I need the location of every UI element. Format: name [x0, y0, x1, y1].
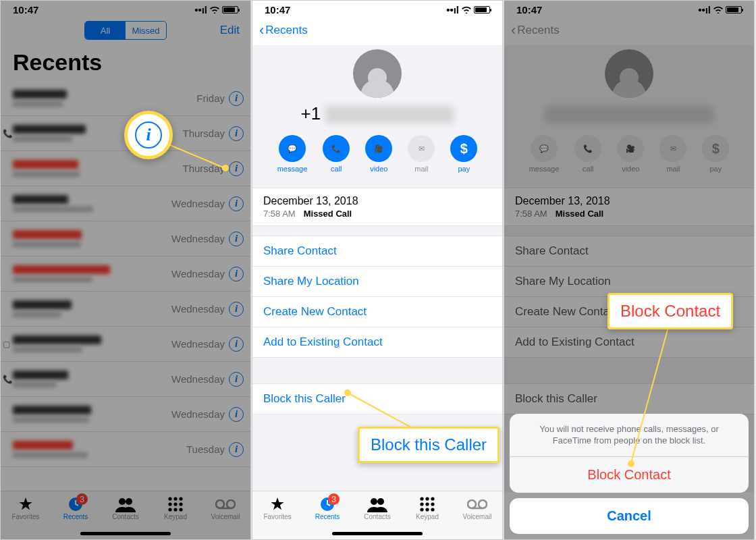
tab-label: Contacts — [357, 513, 398, 520]
recents-row[interactable]: Fridayi — [1, 81, 250, 116]
back-label[interactable]: Recents — [265, 24, 307, 37]
home-indicator — [332, 532, 423, 535]
recents-row[interactable]: Wednesdayi — [1, 292, 250, 327]
info-button[interactable]: i — [229, 232, 244, 246]
recents-row[interactable]: Wednesdayi — [1, 186, 250, 221]
tab-recents[interactable]: Recents3 — [55, 495, 96, 520]
block-group: Block this Caller — [504, 383, 754, 414]
info-button[interactable]: i — [229, 126, 244, 141]
cancel-button[interactable]: Cancel — [510, 498, 749, 534]
block-this-caller[interactable]: Block this Caller — [252, 384, 502, 414]
voicemail-icon — [205, 495, 246, 513]
recents-row[interactable]: Wednesdayi — [1, 397, 250, 432]
info-button[interactable]: i — [229, 267, 244, 281]
tab-favorites[interactable]: Favorites — [5, 495, 46, 520]
tab-voicemail[interactable]: Voicemail — [205, 495, 246, 520]
info-button[interactable]: i — [229, 337, 244, 352]
tab-contacts[interactable]: Contacts — [105, 495, 146, 520]
create-contact[interactable]: Create New Contact — [252, 297, 502, 327]
tab-keypad[interactable]: Keypad — [155, 495, 196, 520]
battery-icon — [474, 6, 490, 14]
recents-row[interactable]: 📞Wednesdayi — [1, 362, 250, 397]
svg-point-21 — [420, 502, 423, 506]
svg-point-25 — [425, 508, 429, 511]
tab-recents[interactable]: Recents3 — [307, 495, 348, 520]
segment-control[interactable]: All Missed — [84, 21, 167, 40]
wifi-icon — [713, 4, 724, 16]
lead-icon: 📞 — [3, 129, 13, 138]
redacted-name — [13, 89, 67, 108]
info-button[interactable]: i — [229, 161, 244, 176]
call-log-card: December 13, 2018 7:58 AMMissed Call — [504, 188, 754, 226]
badge: 3 — [328, 493, 340, 505]
recents-row[interactable]: Wednesdayi — [1, 221, 250, 256]
recents-row[interactable]: Tuesdayi — [1, 432, 250, 467]
tab-label: Favorites — [257, 513, 298, 520]
call-date: Wednesday — [171, 338, 225, 350]
svg-point-7 — [173, 502, 177, 506]
contact-number: +1 — [252, 103, 502, 124]
back-chevron-icon[interactable]: ‹ — [259, 22, 264, 39]
action-call[interactable]: 📞call — [323, 135, 350, 173]
svg-point-6 — [168, 502, 171, 506]
redacted-name — [13, 230, 82, 248]
segment-missed[interactable]: Missed — [126, 22, 166, 39]
call-date: December 13, 2018 — [263, 195, 491, 207]
info-button[interactable]: i — [229, 302, 244, 317]
call-status: Missed Call — [556, 209, 604, 219]
svg-point-28 — [479, 500, 487, 508]
share-contact[interactable]: Share Contact — [252, 236, 502, 267]
call-log-card: December 13, 2018 7:58 AMMissed Call — [252, 188, 502, 226]
call-date: Friday — [196, 92, 225, 104]
wifi-icon — [461, 4, 472, 16]
tab-keypad[interactable]: Keypad — [407, 495, 448, 520]
action-mail: ✉︎mail — [659, 135, 686, 173]
svg-point-12 — [216, 500, 224, 508]
favorites-icon — [257, 495, 298, 513]
action-label: call — [583, 165, 594, 173]
recents-row[interactable]: Thursdayi — [1, 151, 250, 186]
action-sheet: You will not receive phone calls, messag… — [510, 414, 749, 534]
tab-voicemail[interactable]: Voicemail — [457, 495, 497, 520]
share-location[interactable]: Share My Location — [252, 267, 502, 297]
action-video[interactable]: 🎥video — [365, 135, 392, 173]
info-button[interactable]: i — [229, 196, 244, 211]
tab-contacts[interactable]: Contacts — [357, 495, 398, 520]
info-button[interactable]: i — [229, 407, 244, 422]
svg-point-18 — [420, 497, 423, 500]
tab-label: Keypad — [155, 513, 196, 520]
svg-point-27 — [468, 500, 476, 508]
call-date: Tuesday — [186, 443, 225, 455]
redacted-name — [13, 440, 88, 459]
action-message[interactable]: 💬message — [277, 135, 308, 173]
svg-point-22 — [425, 502, 429, 506]
info-button[interactable]: i — [229, 372, 244, 387]
recents-row[interactable]: ▢Wednesdayi — [1, 327, 250, 362]
message-icon: 💬 — [279, 135, 306, 162]
block-this-caller: Block this Caller — [504, 384, 754, 414]
nav-bar[interactable]: ‹ Recents — [252, 16, 502, 45]
action-mail[interactable]: ✉︎mail — [408, 135, 435, 173]
action-pay[interactable]: $pay — [450, 135, 477, 173]
pay-icon: $ — [702, 135, 729, 162]
page-title: Recents — [1, 45, 250, 81]
redacted-name — [13, 194, 93, 213]
tab-label: Keypad — [407, 513, 448, 520]
info-button[interactable]: i — [229, 91, 244, 106]
recents-row[interactable]: Wednesdayi — [1, 256, 250, 292]
edit-button[interactable]: Edit — [220, 24, 240, 37]
action-label: call — [331, 165, 342, 173]
call-date: Wednesday — [171, 233, 225, 244]
wifi-icon — [209, 4, 220, 16]
call-date: December 13, 2018 — [515, 195, 743, 207]
segment-all[interactable]: All — [85, 22, 126, 39]
add-contact[interactable]: Add to Existing Contact — [252, 327, 502, 357]
action-label: mail — [414, 165, 428, 173]
callout-info-icon: i — [124, 111, 173, 159]
tab-favorites[interactable]: Favorites — [257, 495, 298, 520]
battery-icon — [726, 6, 742, 14]
keypad-icon — [155, 495, 196, 513]
avatar — [605, 49, 653, 98]
info-button[interactable]: i — [229, 442, 244, 457]
number-prefix: +1 — [301, 103, 321, 124]
